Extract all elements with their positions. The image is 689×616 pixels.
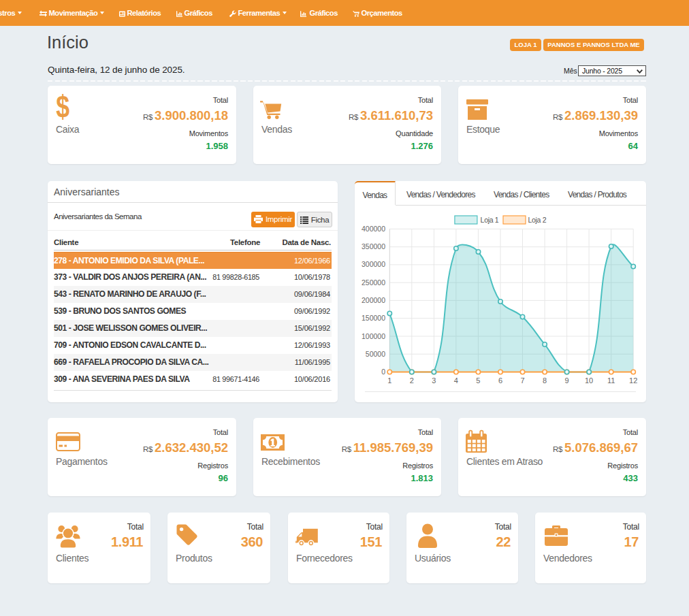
svg-text:350000: 350000 (362, 242, 385, 250)
svg-text:400000: 400000 (362, 225, 385, 233)
svg-text:3: 3 (432, 376, 436, 385)
svg-text:1: 1 (387, 376, 391, 385)
svg-text:12: 12 (629, 376, 637, 385)
svg-text:9: 9 (565, 376, 569, 385)
svg-text:2: 2 (410, 376, 414, 385)
svg-text:100000: 100000 (362, 332, 385, 340)
svg-text:6: 6 (498, 376, 502, 385)
svg-text:8: 8 (543, 376, 547, 385)
svg-text:7: 7 (520, 376, 524, 385)
svg-text:0: 0 (381, 368, 385, 376)
svg-text:Loja 1: Loja 1 (481, 216, 499, 224)
svg-text:Loja 2: Loja 2 (528, 216, 547, 224)
svg-text:11: 11 (607, 376, 615, 385)
svg-text:$: $ (56, 91, 69, 120)
svg-text:4: 4 (454, 376, 458, 385)
svg-text:50000: 50000 (366, 350, 385, 358)
svg-text:150000: 150000 (362, 314, 385, 322)
svg-text:5: 5 (476, 376, 480, 385)
svg-text:300000: 300000 (362, 260, 385, 268)
svg-text:200000: 200000 (362, 296, 385, 304)
svg-text:250000: 250000 (362, 278, 385, 287)
svg-text:10: 10 (585, 376, 593, 385)
